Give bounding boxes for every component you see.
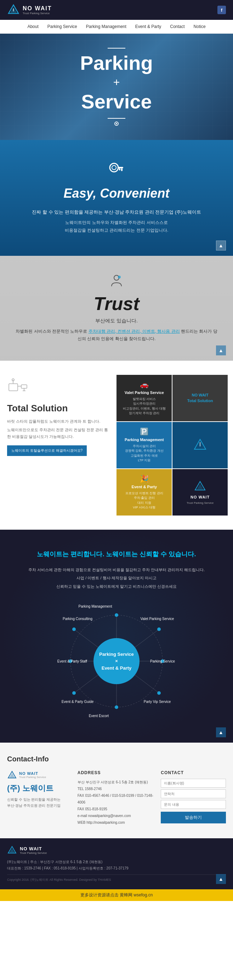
nav-event-party[interactable]: Event & Party xyxy=(135,24,161,29)
valet-label: Valet Parking Service xyxy=(120,390,168,395)
orbit-label-5: Event & Party Guide xyxy=(58,700,97,704)
trust-text1: 차별화된 서비스와 전문적인 노하우로 주차대행 관리, 컨벤션 관리, 이벤트… xyxy=(14,328,219,343)
hero-line1: Parking xyxy=(80,52,153,74)
footer-info: (주)노웨이트 | 주소 : 부산진구 서면성로 6-1 5층 2호 (왜현동)… xyxy=(7,859,226,872)
easy-convenient-section: Easy, Convenient 진짜 할 수 있는 편의함을 제공하는 부산·… xyxy=(0,140,233,256)
svg-point-30 xyxy=(115,613,118,617)
contact-web: http://nowaitparking.com xyxy=(86,821,125,824)
trust-heading: Trust xyxy=(14,293,219,314)
contact-email: nowaitparking@naven.com xyxy=(88,814,131,818)
contact-form-title: CONTACT xyxy=(161,770,226,775)
contact-logo-desc: 신뢰할 수 있는 편리함을 제공하는부산·경남 주차요원 관리 전문기업 xyxy=(7,797,72,808)
orbit-label-4: Event Escort xyxy=(81,714,116,718)
hero-content: Parking + Service xyxy=(80,48,153,126)
nav-notice[interactable]: Notice xyxy=(194,24,206,29)
total-solution-btn[interactable]: 노웨이트의 토탈솔루션으로 해결하시겠어요? xyxy=(7,445,87,456)
svg-rect-6 xyxy=(121,168,122,171)
nav-parking-service[interactable]: Parking Service xyxy=(48,24,77,29)
footer-logo-sub: Trust Parking Service xyxy=(20,851,47,854)
trust-content: Trust 부산에도 있습니다. 차별화된 서비스와 전문적인 노하우로 주차대… xyxy=(0,256,233,361)
svg-point-31 xyxy=(157,627,161,631)
logo-sub-text: Trust Parking Service xyxy=(23,12,52,15)
solution-icon xyxy=(7,379,109,398)
address-street: 부산 부산진구 서면성로 6-1 5층 2호 (왜현동) xyxy=(78,779,156,786)
orbit-diagram: Parking Service × Event & Party Parking … xyxy=(56,601,177,721)
footer-copyright: Copyright 2016. (주)노웨이트 All Rights Reser… xyxy=(7,874,226,882)
nav-about[interactable]: About xyxy=(27,24,38,29)
scroll-up-btn[interactable]: ▲ xyxy=(216,240,226,250)
grid-cell-nowait-logo: NO WAIT Trust Parking Service xyxy=(173,469,228,515)
contact-message-input[interactable] xyxy=(161,800,226,809)
parking-mgmt-label: Parking Management xyxy=(120,438,168,442)
total-left: Total Solution 바릿 스타의 잡풀처럼도 노웨이트가 관계와 트 … xyxy=(5,375,111,460)
contact-section: Contact-Info NO WAIT Trust Parking Servi… xyxy=(0,743,233,838)
trust-section: Trust 부산에도 있습니다. 차별화된 서비스와 전문적인 노하우로 주차대… xyxy=(0,256,233,361)
grid-cell-valet: 🚗 Valet Parking Service 발렛파킹 서비스임시주차장관리비… xyxy=(116,375,172,421)
facebook-icon[interactable]: f xyxy=(217,6,226,14)
svg-point-9 xyxy=(118,276,121,278)
watermark-bar: 更多设计资源请点击 黄蜂网 wsefog.cn xyxy=(0,889,233,901)
svg-rect-7 xyxy=(119,168,120,170)
key-icon xyxy=(108,161,125,179)
orbit-label-6: Event & Party Staff xyxy=(53,659,92,663)
person-icon xyxy=(109,274,124,288)
total-heading: Total Solution xyxy=(7,403,109,414)
svg-point-35 xyxy=(72,691,76,695)
nav-contact[interactable]: Contact xyxy=(170,24,184,29)
hero-section: Parking + Service xyxy=(0,33,233,140)
total-text1: 바릿 스타의 잡풀처럼도 노웨이트가 관계와 트 합니다. xyxy=(7,418,109,425)
scroll-up-btn3[interactable]: ▲ xyxy=(216,727,226,737)
svg-point-37 xyxy=(72,627,76,631)
total-grid: 🚗 Valet Parking Service 발렛파킹 서비스임시주차장관리비… xyxy=(116,375,228,515)
orbit-label-1: Valet Parking Service xyxy=(139,617,175,621)
contact-logo-col: NO WAIT Trust Parking Service (주) 노웨이트 신… xyxy=(7,770,72,826)
conv-text3: 신뢰하고 믿을 수 있는 노웨이트에게 맡기고 비즈니스에만 신경쓰세요 xyxy=(11,583,222,590)
footer-scroll-up[interactable]: ▲ xyxy=(216,874,226,884)
svg-point-4 xyxy=(112,165,116,170)
contact-fax1: 010-4567-4646 / 010-518-0199 / 010-7148-… xyxy=(78,794,153,804)
site-header: NO WAIT Trust Parking Service f xyxy=(0,0,233,20)
contact-submit-btn[interactable]: 발송하기 xyxy=(161,812,226,823)
logo-area: NO WAIT Trust Parking Service xyxy=(7,3,52,16)
grid-cell-nowait-solution: NO WAITTotal Solution xyxy=(173,375,228,421)
nowait-solution-label: NO WAITTotal Solution xyxy=(187,392,213,404)
contact-name-input[interactable] xyxy=(161,779,226,788)
orbit-label-0: Parking Management xyxy=(74,605,116,608)
svg-point-3 xyxy=(110,163,118,172)
svg-point-33 xyxy=(157,691,161,695)
orbit-label-7: Parking Consulting xyxy=(58,617,97,621)
trust-highlight: 주차대행 관리, 컨벤션 관리, 이벤트, 행사용 관리 xyxy=(89,329,180,334)
svg-point-34 xyxy=(115,705,118,709)
orbit-label-2: Parking Service xyxy=(147,659,179,663)
hero-line2: Service xyxy=(80,91,153,113)
trust-subtitle: 부산에도 있습니다. xyxy=(14,318,219,324)
contact-address-col: ADDRESS 부산 부산진구 서면성로 6-1 5층 2호 (왜현동) TEL… xyxy=(78,770,156,826)
easy-text2: 노웨이트만의 노하우와 차별화된 주차관리 서비스스로 xyxy=(14,219,219,227)
hero-plus: + xyxy=(80,76,153,89)
logo-main-text: NO WAIT xyxy=(23,5,52,12)
convenience-section: 노웨이트는 편리합니다. 노웨이트는 신뢰할 수 있습니다. 주차 서비스에 관… xyxy=(0,530,233,743)
easy-text1: 진짜 할 수 있는 편의함을 제공하는 부산·경남 주차요원 관리 전문기업 (… xyxy=(14,208,219,216)
svg-rect-5 xyxy=(117,167,123,168)
easy-convenient-heading: Easy, Convenient xyxy=(14,186,219,201)
contact-title: Contact-Info xyxy=(7,755,226,763)
nowait-logo-icon xyxy=(7,3,20,16)
grid-cell-parking-mgmt: 🅿️ Parking Management 주차시설의 관리경쟁력 강화, 주차… xyxy=(116,422,172,468)
footer-logo-text: NO WAIT xyxy=(20,846,47,851)
event-party-label: Event & Party xyxy=(120,485,168,489)
svg-rect-10 xyxy=(9,384,18,391)
address-title: ADDRESS xyxy=(78,770,156,775)
conv-heading: 노웨이트는 편리합니다. 노웨이트는 신뢰할 수 있습니다. xyxy=(11,549,222,560)
nav-parking-management[interactable]: Parking Management xyxy=(86,24,127,29)
contact-phone-input[interactable] xyxy=(161,789,226,798)
site-footer: NO WAIT Trust Parking Service (주)노웨이트 | … xyxy=(0,838,233,889)
conv-text1: 주차 서비스에 관한 아해의 경험으로 컨설팅비어 비용을 절감하고 주차 안내… xyxy=(11,566,222,574)
orbit-label-3: Party Vip Service xyxy=(139,700,175,704)
grid-cell-dark-blue xyxy=(173,422,228,468)
center-circle: Parking Service × Event & Party xyxy=(94,638,139,684)
total-solution-section: Total Solution 바릿 스타의 잡풀처럼도 노웨이트가 관계와 트 … xyxy=(0,361,233,530)
grid-cell-event-party: 🎉 Event & Party 프로모션 이벤트 진행 관리주차·출입 관리대리… xyxy=(116,469,172,515)
svg-marker-20 xyxy=(197,484,203,489)
total-text2: 노웨이트만으로도 주차관리 전문 관리 컨설팅 전문 관리 통한 비용절감 달성… xyxy=(7,426,109,440)
main-nav: About Parking Service Parking Management… xyxy=(0,20,233,33)
